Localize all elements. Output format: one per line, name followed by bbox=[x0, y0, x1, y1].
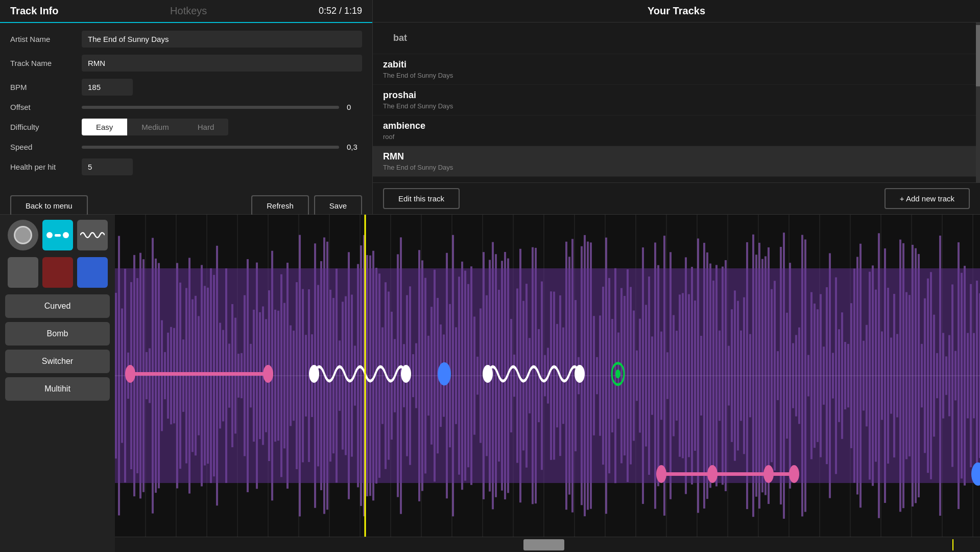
tracks-list: bat zabiti The End of Sunny Days proshai… bbox=[373, 22, 976, 182]
scrollbar-thumb[interactable] bbox=[523, 539, 564, 550]
artist-name-row: Artist Name bbox=[10, 31, 362, 48]
scrollbar-playhead bbox=[952, 539, 953, 550]
add-new-track-button[interactable]: + Add new track bbox=[885, 188, 970, 209]
note-white-end-2[interactable] bbox=[575, 365, 585, 383]
difficulty-label: Difficulty bbox=[10, 123, 82, 131]
track-info-title: Track Info bbox=[10, 5, 58, 17]
difficulty-group: Easy Medium Hard bbox=[82, 119, 228, 135]
track-item-ambience[interactable]: ambience roof bbox=[373, 116, 976, 146]
curved-tool-button[interactable]: Curved bbox=[5, 294, 110, 318]
your-tracks-section: Your Tracks bat zabiti The End of Sunny … bbox=[373, 0, 980, 214]
bpm-row: BPM bbox=[10, 79, 362, 96]
color-blue-button[interactable] bbox=[77, 257, 108, 288]
note-types-row bbox=[5, 220, 110, 250]
tools-panel: Curved Bomb Switcher Multihit bbox=[0, 215, 115, 552]
health-row: Health per hit bbox=[10, 158, 362, 175]
speed-row: Speed 0,3 bbox=[10, 143, 362, 151]
track-artist-ambience: roof bbox=[383, 133, 966, 141]
track-form: Artist Name Track Name BPM Offset 0 bbox=[0, 23, 372, 190]
difficulty-medium-button[interactable]: Medium bbox=[127, 119, 183, 135]
timeline-scrollbar[interactable] bbox=[115, 537, 980, 552]
difficulty-easy-button[interactable]: Easy bbox=[82, 119, 127, 135]
offset-row: Offset 0 bbox=[10, 103, 362, 111]
note-pink-end-2[interactable] bbox=[789, 465, 799, 483]
track-artist-rmn: The End of Sunny Days bbox=[383, 164, 966, 171]
note-type-circle[interactable] bbox=[8, 220, 38, 250]
bpm-input[interactable] bbox=[82, 79, 133, 96]
offset-slider[interactable] bbox=[82, 106, 339, 109]
your-tracks-title: Your Tracks bbox=[373, 0, 980, 22]
bomb-tool-button[interactable]: Bomb bbox=[5, 322, 110, 346]
speed-label: Speed bbox=[10, 143, 82, 151]
track-item-proshai[interactable]: proshai The End of Sunny Days bbox=[373, 85, 976, 116]
edit-track-button[interactable]: Edit this track bbox=[383, 188, 460, 209]
health-label: Health per hit bbox=[10, 163, 82, 171]
note-type-wave[interactable] bbox=[77, 220, 108, 250]
switcher-tool-button[interactable]: Switcher bbox=[5, 350, 110, 373]
track-name-input[interactable] bbox=[82, 55, 362, 72]
refresh-button[interactable]: Refresh bbox=[251, 195, 309, 216]
track-name-rmn: RMN bbox=[383, 151, 966, 162]
track-artist-proshai: The End of Sunny Days bbox=[383, 102, 966, 110]
artist-name-label: Artist Name bbox=[10, 35, 82, 43]
track-name-label: Track Name bbox=[10, 59, 82, 67]
health-input[interactable] bbox=[82, 158, 133, 175]
track-item-rmn[interactable]: RMN The End of Sunny Days bbox=[373, 146, 976, 177]
offset-value: 0 bbox=[347, 103, 362, 111]
note-green-inner-1 bbox=[615, 370, 620, 379]
color-gray-button[interactable] bbox=[8, 257, 38, 288]
editor-panel: Curved Bomb Switcher Multihit // Will be… bbox=[0, 215, 980, 552]
artist-name-input[interactable] bbox=[82, 31, 362, 48]
difficulty-row: Difficulty Easy Medium Hard bbox=[10, 119, 362, 135]
save-button[interactable]: Save bbox=[314, 195, 362, 216]
back-to-menu-button[interactable]: Back to menu bbox=[10, 195, 88, 216]
tracks-list-wrapper: bat zabiti The End of Sunny Days proshai… bbox=[373, 22, 980, 182]
time-display: 0:52 / 1:19 bbox=[319, 6, 362, 16]
hotkeys-tab[interactable]: Hotkeys bbox=[170, 5, 207, 17]
note-white-end-1[interactable] bbox=[401, 365, 411, 383]
track-name-row: Track Name bbox=[10, 55, 362, 72]
color-darkred-button[interactable] bbox=[42, 257, 73, 288]
note-type-slider[interactable] bbox=[42, 220, 73, 250]
track-item-bat[interactable]: bat bbox=[373, 22, 976, 54]
multihit-tool-button[interactable]: Multihit bbox=[5, 377, 110, 401]
tracks-scrollbar-thumb[interactable] bbox=[976, 25, 980, 86]
track-info-section: Track Info Hotkeys 0:52 / 1:19 Artist Na… bbox=[0, 0, 373, 214]
track-name-proshai: proshai bbox=[383, 90, 966, 101]
track-info-header: Track Info Hotkeys 0:52 / 1:19 bbox=[0, 0, 372, 23]
track-name-zabiti: zabiti bbox=[383, 59, 966, 70]
color-row bbox=[5, 257, 110, 288]
offset-label: Offset bbox=[10, 103, 82, 111]
editor-area[interactable]: // Will be generated dynamically below bbox=[115, 215, 980, 552]
tracks-actions: Edit this track + Add new track bbox=[373, 182, 980, 214]
tracks-scrollbar[interactable] bbox=[976, 22, 980, 182]
speed-value: 0,3 bbox=[347, 143, 362, 151]
track-name-ambience: ambience bbox=[383, 121, 966, 131]
waveform-svg: // Will be generated dynamically below bbox=[115, 215, 980, 537]
note-blue-1[interactable] bbox=[438, 362, 451, 386]
track-artist-zabiti: The End of Sunny Days bbox=[383, 72, 966, 79]
track-name-bat: bat bbox=[383, 28, 966, 49]
waveform-container: // Will be generated dynamically below bbox=[115, 215, 980, 537]
bpm-label: BPM bbox=[10, 83, 82, 91]
difficulty-hard-button[interactable]: Hard bbox=[183, 119, 229, 135]
note-pink-end-1[interactable] bbox=[263, 365, 273, 383]
track-item-zabiti[interactable]: zabiti The End of Sunny Days bbox=[373, 54, 976, 85]
speed-slider[interactable] bbox=[82, 146, 339, 149]
